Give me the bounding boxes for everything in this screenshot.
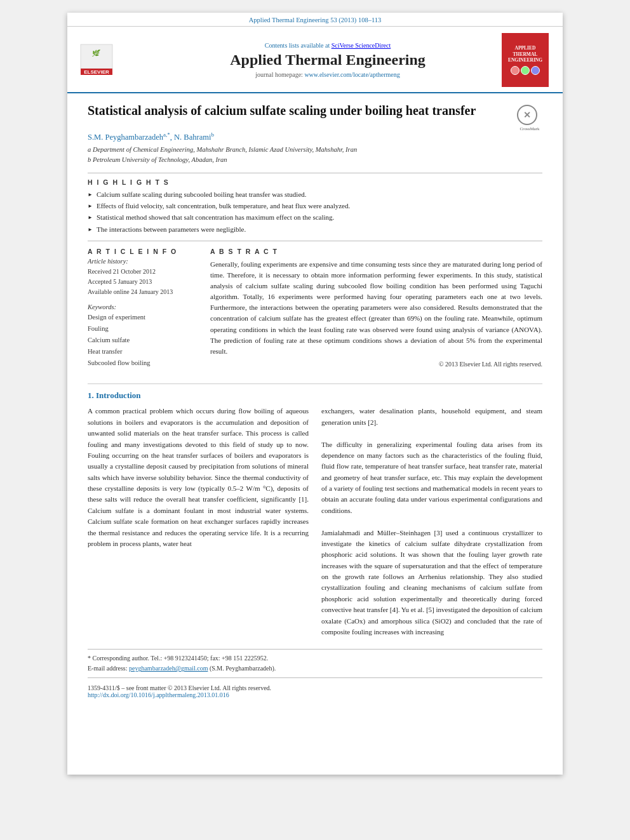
abstract-text: Generally, fouling experiments are expen… [210,259,542,356]
article-title: Statistical analysis of calcium sulfate … [88,102,476,119]
journal-title: Applied Thermal Engineering [154,51,502,69]
highlight-item: Calcium sulfate scaling during subcooled… [88,190,542,199]
cover-circle-2 [521,66,530,75]
intro-col-right: exchangers, water desalination plants, h… [321,406,542,637]
header-left: 🌿 ELSEVIER [77,41,154,79]
doi-line: http://dx.doi.org/10.1016/j.applthermale… [88,691,542,698]
journal-cover: APPLIED THERMAL ENGINEERING [502,33,549,87]
keyword-item: Calcium sulfate [88,335,199,346]
highlight-item: Statistical method showed that salt conc… [88,213,542,222]
svg-text:ELSEVIER: ELSEVIER [84,69,109,75]
keyword-item: Subcooled flow boiling [88,357,199,369]
cover-circles [511,66,540,75]
email-suffix: (S.M. Peyghambarzadeh). [208,665,276,672]
author2-name: N. Bahrami [174,133,211,142]
crossmark-icon[interactable]: ✕ [517,105,537,125]
footnote-divider [88,677,542,678]
divider-1 [88,173,542,173]
author1-name: S.M. Peyghambarzadeh [88,133,163,142]
available-date: Available online 24 January 2013 [88,287,199,297]
intro-section-title: 1. Introduction [88,390,542,401]
sciverse-anchor[interactable]: SciVerse ScienceDirect [332,42,391,49]
highlights-label: H I G H L I G H T S [88,178,542,186]
cover-circle-3 [531,66,540,75]
intro-col1-text: A common practical problem which occurs … [88,406,309,549]
article-info-label: A R T I C L E I N F O [88,248,199,255]
header-right: APPLIED THERMAL ENGINEERING [502,33,553,87]
abstract-label: A B S T R A C T [210,248,542,255]
abstract-col: A B S T R A C T Generally, fouling exper… [210,248,542,375]
divider-2 [88,241,542,241]
crossmark-label: CrossMark [517,126,542,131]
doi-link[interactable]: http://dx.doi.org/10.1016/j.applthermale… [88,691,229,698]
authors-line: S.M. Peyghambarzadeha,*, N. Bahramib [88,131,542,142]
keyword-item: Design of experiment [88,312,199,323]
bottom-bar: 1359-4311/$ – see front matter © 2013 El… [88,684,542,698]
crossmark-area: ✕ CrossMark [517,105,542,131]
info-abstract-row: A R T I C L E I N F O Article history: R… [88,248,542,375]
copyright-line: © 2013 Elsevier Ltd. All rights reserved… [210,361,542,368]
intro-col-left: A common practical problem which occurs … [88,406,309,637]
journal-homepage: journal homepage: www.elsevier.com/locat… [154,71,502,78]
keywords-section: Keywords: Design of experiment Fouling C… [88,303,199,368]
keywords-label: Keywords: [88,303,199,310]
cover-title: APPLIED THERMAL ENGINEERING [508,45,542,63]
homepage-link[interactable]: www.elsevier.com/locate/apthermeng [304,71,399,78]
main-content: Statistical analysis of calcium sulfate … [67,93,563,711]
keyword-item: Heat transfer [88,346,199,357]
section-number: 1. [88,390,94,400]
keyword-item: Fouling [88,323,199,335]
keywords-list: Design of experiment Fouling Calcium sul… [88,312,199,368]
issn-line: 1359-4311/$ – see front matter © 2013 El… [88,684,542,691]
journal-top-bar: Applied Thermal Engineering 53 (2013) 10… [67,13,563,27]
corresponding-author: * Corresponding author. Tel.: +98 912324… [88,653,542,663]
article-history-section: Article history: Received 21 October 201… [88,258,199,297]
article-info-col: A R T I C L E I N F O Article history: R… [88,248,199,375]
footnote-area: * Corresponding author. Tel.: +98 912324… [88,649,542,674]
affiliations: a Department of Chemical Engineering, Ma… [88,145,542,165]
section-divider-1 [88,383,542,384]
elsevier-logo-icon: 🌿 ELSEVIER [77,41,141,76]
cover-circle-1 [511,66,519,75]
intro-body: A common practical problem which occurs … [88,406,542,637]
author2-sup: b [211,131,214,138]
highlight-item: The interactions between parameters were… [88,225,542,234]
svg-rect-1 [81,44,112,69]
title-row: Statistical analysis of calcium sulfate … [88,102,542,131]
accepted-date: Accepted 5 January 2013 [88,277,199,287]
email-link[interactable]: peyghambarzadeh@gmail.com [129,665,208,672]
received-date: Received 21 October 2012 [88,267,199,277]
highlight-item: Effects of fluid velocity, salt concentr… [88,201,542,211]
header-area: 🌿 ELSEVIER Contents lists available at S… [67,27,563,93]
email-label: E-mail address: [88,665,129,672]
journal-citation: Applied Thermal Engineering 53 (2013) 10… [249,17,382,23]
author1-sup: a,* [163,131,170,138]
intro-col2-text: exchangers, water desalination plants, h… [321,406,542,637]
page: Applied Thermal Engineering 53 (2013) 10… [67,13,563,775]
history-label: Article history: [88,258,199,265]
highlights-list: Calcium sulfate scaling during subcooled… [88,190,542,235]
email-line: E-mail address: peyghambarzadeh@gmail.co… [88,663,542,674]
sciverse-link: Contents lists available at SciVerse Sci… [154,42,502,49]
affiliation-a: a Department of Chemical Engineering, Ma… [88,145,542,155]
header-center: Contents lists available at SciVerse Sci… [154,42,502,78]
affiliation-b: b Petroleum University of Technology, Ab… [88,155,542,165]
section-title: Introduction [96,390,141,400]
